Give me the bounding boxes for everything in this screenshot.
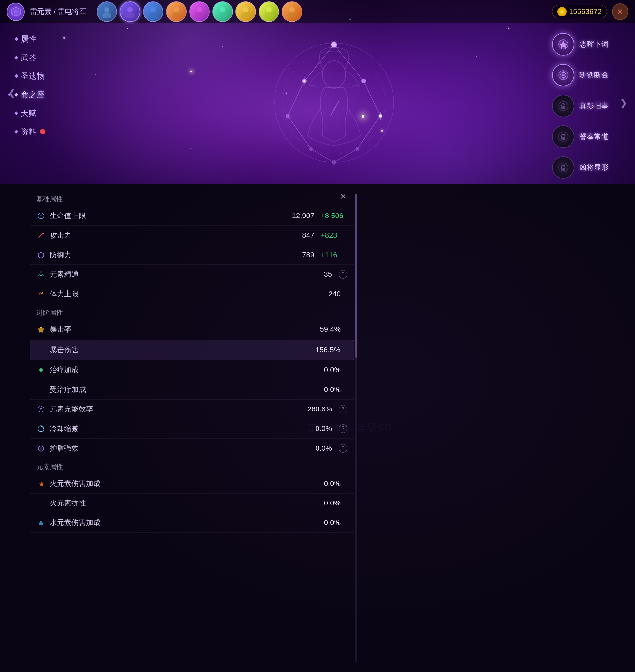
shield-value: 0.0%: [315, 444, 332, 453]
svg-point-6: [102, 12, 111, 18]
svg-point-9: [151, 7, 156, 12]
healing-label: 治疗加成: [50, 365, 324, 375]
menu-item-attributes[interactable]: 属性: [13, 30, 47, 48]
shield-label: 护盾强效: [50, 443, 315, 453]
notification-badge: [40, 129, 45, 134]
menu-item-profile[interactable]: 资料: [13, 123, 47, 141]
constellation-node-3[interactable]: 真影旧事: [552, 95, 609, 117]
node-circle-2: [552, 64, 574, 86]
character-avatar-5[interactable]: [189, 1, 210, 22]
em-value: 35: [324, 270, 332, 279]
character-avatar-1[interactable]: [96, 1, 117, 22]
hydro-dmg-label: 水元素伤害加成: [50, 518, 324, 528]
character-avatar-4[interactable]: [166, 1, 187, 22]
node-label-4: 誓奉常道: [579, 132, 609, 142]
character-avatar-6[interactable]: [212, 1, 233, 22]
stats-section: 雷电将军 等级90 × 基础属性 生命值上限 12,907 +8,506 攻击力…: [0, 184, 635, 672]
section-header-basic: 基础属性: [30, 192, 354, 206]
svg-line-28: [334, 45, 364, 81]
menu-item-constellation[interactable]: 命之座: [13, 85, 47, 104]
svg-point-80: [38, 275, 39, 276]
character-avatar-9[interactable]: [282, 1, 302, 22]
menu-label-artifacts: 圣遗物: [21, 71, 45, 81]
atk-label: 攻击力: [50, 230, 302, 240]
svg-point-39: [286, 114, 290, 118]
def-icon: [36, 250, 46, 259]
node-label-1: 恶曜卜词: [579, 39, 609, 49]
hydro-icon: [36, 518, 46, 527]
menu-item-artifacts[interactable]: 圣遗物: [13, 67, 47, 85]
constellation-node-4[interactable]: 誓奉常道: [552, 125, 609, 148]
currency-display: ● 15563672: [552, 5, 607, 18]
menu-label-talents: 天赋: [21, 108, 37, 119]
character-avatar-3[interactable]: [143, 1, 163, 22]
stat-row-crit-rate: 暴击率 59.4%: [30, 320, 354, 339]
shield-icon: [36, 444, 46, 453]
pyro-res-icon: [36, 499, 46, 508]
svg-rect-83: [39, 370, 43, 371]
svg-line-32: [334, 149, 357, 162]
constellation-screen: 雷元素 / 雷电将军: [0, 0, 635, 185]
stat-row-hp: 生命值上限 12,907 +8,506: [30, 206, 354, 226]
svg-point-15: [220, 7, 225, 12]
cd-reduction-help-icon[interactable]: ?: [339, 424, 347, 433]
er-help-icon[interactable]: ?: [339, 405, 347, 414]
stat-row-em: 元素精通 35 ?: [30, 265, 354, 285]
next-arrow[interactable]: ❯: [617, 93, 630, 112]
currency-value: 15563672: [569, 7, 601, 16]
stat-row-incoming-healing: 受治疗加成 0.0%: [30, 380, 354, 400]
node-label-5: 凶将显形: [579, 163, 609, 172]
svg-point-35: [323, 61, 346, 88]
stamina-label: 体力上限: [50, 289, 328, 299]
svg-point-43: [332, 160, 336, 165]
shield-help-icon[interactable]: ?: [339, 444, 347, 453]
constellation-node-5[interactable]: 凶将显形: [552, 156, 609, 179]
menu-item-talents[interactable]: 天赋: [13, 104, 47, 123]
crit-rate-value: 59.4%: [320, 325, 341, 334]
constellation-artwork: [251, 23, 417, 182]
pyro-res-label: 火元素抗性: [50, 498, 324, 508]
svg-line-29: [364, 81, 380, 116]
constellation-nodes-panel: 恶曜卜词 斩铁断金: [552, 33, 609, 185]
svg-point-56: [562, 74, 565, 77]
pyro-dmg-label: 火元素伤害加成: [50, 479, 324, 489]
crit-dmg-icon: [37, 345, 46, 355]
character-avatar-8[interactable]: [259, 1, 279, 22]
character-avatar-7[interactable]: [236, 1, 256, 22]
svg-point-10: [149, 12, 158, 18]
menu-item-weapon[interactable]: 武器: [13, 48, 47, 67]
left-menu: 属性 武器 圣遗物 命之座 天赋 资料: [13, 30, 47, 141]
svg-line-26: [288, 81, 304, 116]
svg-point-78: [40, 271, 42, 273]
stamina-icon: [36, 289, 46, 299]
menu-diamond-icon: [14, 37, 18, 41]
crit-rate-label: 暴击率: [50, 324, 320, 334]
svg-point-77: [40, 273, 42, 276]
scrollbar[interactable]: [354, 194, 357, 662]
crit-rate-icon: [36, 325, 46, 334]
svg-line-25: [304, 45, 334, 81]
character-avatar-2[interactable]: [120, 1, 140, 22]
def-value: 789: [302, 251, 314, 259]
prev-arrow[interactable]: ❮: [5, 83, 18, 103]
stat-row-healing: 治疗加成 0.0%: [30, 360, 354, 380]
svg-point-22: [287, 12, 297, 18]
node-circle-5: [552, 156, 574, 179]
coin-icon: ●: [557, 7, 567, 16]
node-circle-3: [552, 95, 574, 117]
stat-row-def: 防御力 789 +116: [30, 245, 354, 265]
constellation-node-1[interactable]: 恶曜卜词: [552, 33, 609, 56]
close-button[interactable]: ×: [612, 3, 628, 20]
svg-point-19: [266, 7, 271, 12]
er-icon: [36, 404, 46, 414]
hp-value: 12,907: [292, 212, 314, 220]
em-help-icon[interactable]: ?: [339, 270, 347, 279]
stats-close-button[interactable]: ×: [336, 189, 351, 204]
svg-line-74: [39, 233, 43, 238]
hp-label: 生命值上限: [50, 211, 292, 221]
svg-point-8: [125, 12, 135, 18]
constellation-node-2[interactable]: 斩铁断金: [552, 64, 609, 86]
svg-point-5: [104, 7, 109, 12]
svg-point-36: [331, 42, 337, 47]
cd-reduction-icon: [36, 424, 46, 433]
